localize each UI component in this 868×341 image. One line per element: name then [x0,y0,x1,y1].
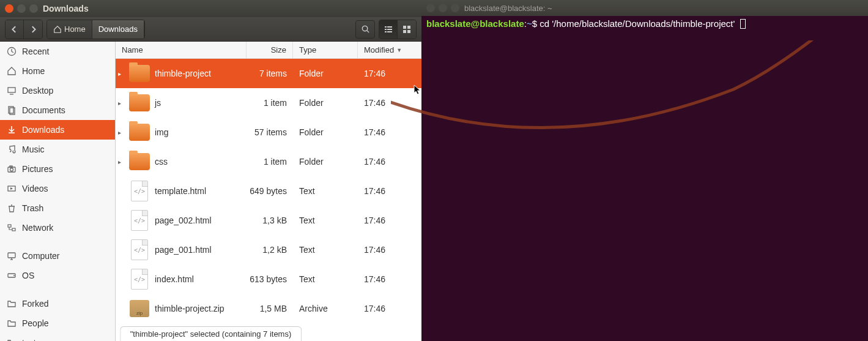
sidebar-item-people[interactable]: People [0,313,115,333]
file-size: 1,5 MB [247,304,293,313]
archive-icon: zip [130,300,149,317]
sidebar-item-downloads[interactable]: Downloads [0,120,115,140]
file-row[interactable]: </>index.html 613 bytes Text 17:46 [116,264,421,294]
file-row[interactable]: zipthimble-project.zip 1,5 MB Archive 17… [116,294,421,323]
file-size: 649 bytes [247,186,293,196]
sidebar-item-os[interactable]: OS [0,266,115,285]
sidebar-item-forked[interactable]: Forked [0,294,115,313]
trash-icon [6,203,17,214]
terminal-cwd: ~ [527,18,532,29]
sidebar-item-label: Videos [22,184,48,193]
terminal-prompt-line: blackslate@blackslate:~$ cd '/home/black… [426,18,863,29]
sidebar-item-documents[interactable]: Documents [0,100,115,120]
svg-rect-4 [385,29,387,30]
column-headers: Name Size Type Modified ▼ [116,42,421,59]
file-row[interactable]: </>template.html 649 bytes Text 17:46 [116,176,421,206]
sidebar-item-label: Forked [22,299,49,309]
search-button[interactable] [355,20,375,39]
terminal-content[interactable]: blackslate@blackslate:~$ cd '/home/black… [421,16,868,341]
sidebar-item-recent[interactable]: Recent [0,42,115,61]
sidebar-item-label: Pictures [22,164,53,174]
folder-icon [129,65,150,82]
minimize-button[interactable] [439,4,447,12]
music-icon [6,144,17,155]
file-modified: 17:46 [358,245,421,255]
svg-rect-5 [387,29,392,30]
file-row[interactable]: </>page_001.html 1,2 kB Text 17:46 [116,235,421,264]
sort-indicator-icon: ▼ [396,47,402,53]
file-size: 1,3 kB [247,215,293,225]
expand-icon[interactable]: ▸ [118,100,124,107]
file-row[interactable]: ▸css 1 item Folder 17:46 [116,147,421,176]
file-name: page_002.html [155,215,212,225]
column-header-type[interactable]: Type [293,42,358,58]
sidebar-item-computer[interactable]: Computer [0,246,115,266]
svg-rect-8 [403,26,406,29]
file-type: Folder [293,69,358,78]
file-type: Text [293,245,358,255]
svg-rect-7 [387,31,392,32]
expand-icon[interactable]: ▸ [118,159,124,165]
sidebar-item-desktop[interactable]: Desktop [0,81,115,100]
file-row[interactable]: </>page_002.html 1,3 kB Text 17:46 [116,206,421,235]
expand-icon[interactable]: ▸ [118,129,124,136]
file-row[interactable]: ▸thimble-project 7 items Folder 17:46 [116,59,421,88]
maximize-button[interactable] [451,4,459,12]
column-header-modified[interactable]: Modified ▼ [358,42,421,58]
sidebar-item-label: Recent [22,47,49,56]
minimize-button[interactable] [17,4,26,13]
file-modified: 17:46 [358,274,421,284]
sidebar-item-tests[interactable]: tests [0,333,115,341]
disk-icon [6,270,17,281]
sidebar-item-videos[interactable]: Videos [0,179,115,198]
sidebar-item-music[interactable]: Music [0,140,115,159]
svg-rect-6 [385,31,387,32]
window-controls [5,4,38,13]
list-view-button[interactable] [379,20,398,39]
close-button[interactable] [426,4,435,12]
sidebar-item-network[interactable]: Network [0,218,115,238]
file-row[interactable]: ▸img 57 items Folder 17:46 [116,118,421,147]
expand-icon[interactable]: ▸ [118,70,124,77]
folder-icon [129,124,150,141]
svg-rect-3 [387,26,392,28]
file-name: js [155,98,161,108]
file-modified: 17:46 [358,98,421,108]
file-rows[interactable]: ▸thimble-project 7 items Folder 17:46 ▸j… [116,59,421,341]
svg-rect-13 [8,88,15,92]
sidebar-item-label: OS [22,271,34,280]
sidebar-item-pictures[interactable]: Pictures [0,159,115,179]
sidebar-item-home[interactable]: Home [0,61,115,81]
video-icon [6,183,17,194]
column-header-size[interactable]: Size [247,42,293,58]
path-current[interactable]: Downloads [92,20,144,39]
terminal-cursor-icon [740,19,746,29]
file-size: 1,2 kB [247,245,293,255]
file-modified: 17:46 [358,186,421,196]
chevron-right-icon [29,26,37,33]
folder-icon [6,337,17,341]
close-button[interactable] [5,4,13,13]
svg-rect-22 [12,228,15,231]
svg-point-18 [10,168,13,171]
sidebar-item-trash[interactable]: Trash [0,198,115,218]
column-header-name[interactable]: Name [116,42,247,58]
forward-button[interactable] [24,20,42,39]
back-button[interactable] [6,20,24,39]
file-list: Name Size Type Modified ▼ ▸thimble-proje… [116,42,421,341]
toolbar: Home Downloads [0,17,421,42]
file-modified: 17:46 [358,69,421,78]
grid-view-button[interactable] [398,20,416,39]
view-toggle [379,20,417,39]
file-size: 1 item [247,98,293,108]
file-type: Archive [293,304,358,313]
terminal-user: blackslate [426,18,471,29]
terminal-host: blackslate [480,18,524,29]
svg-rect-11 [407,30,410,33]
path-home[interactable]: Home [47,20,92,39]
maximize-button[interactable] [29,4,38,13]
svg-rect-19 [10,166,12,167]
svg-rect-9 [407,26,410,29]
grid-icon [402,25,411,34]
file-row[interactable]: ▸js 1 item Folder 17:46 [116,88,421,118]
